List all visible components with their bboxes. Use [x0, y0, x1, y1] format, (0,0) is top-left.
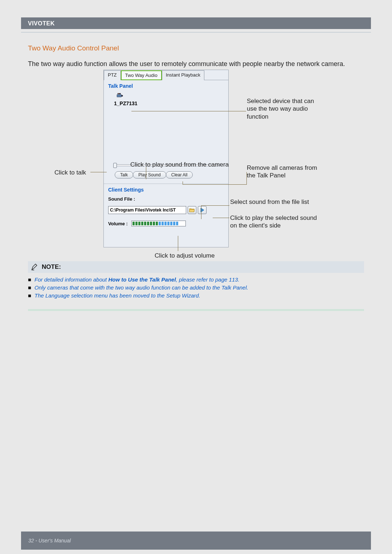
callout-line — [201, 216, 201, 219]
sound-file-input[interactable] — [108, 206, 186, 214]
svg-rect-0 — [117, 94, 122, 97]
brand-label: VIVOTEK — [28, 20, 55, 27]
talk-panel-body: Talk Panel 1_PZ7131 — [104, 80, 228, 161]
note-item: ■ The Language selection menu has been m… — [28, 292, 364, 300]
volume-bar[interactable] — [131, 221, 186, 226]
sound-file-label: Sound File : — [108, 196, 224, 202]
play-file-button[interactable] — [198, 206, 207, 214]
play-sound-button[interactable]: Play Sound — [133, 171, 166, 178]
callout-play-selected: Click to play the selected sound on the … — [230, 214, 324, 230]
talk-panel-label: Talk Panel — [108, 83, 225, 89]
callout-click-to-talk: Click to talk — [54, 169, 86, 176]
tab-row: PTZ Two Way Audio Instant Playback — [104, 70, 228, 80]
note-item: ■ Only cameras that come with the two wa… — [28, 284, 364, 292]
callout-remove-all: Remove all cameras from the Talk Panel — [247, 164, 323, 180]
intro-text: The two way audio function allows the us… — [28, 59, 364, 68]
callout-line — [201, 205, 201, 216]
button-row: Talk Play Sound Clear All — [115, 171, 222, 178]
header-bar — [21, 17, 371, 29]
volume-row: Volume : — [108, 221, 224, 226]
svg-point-3 — [118, 93, 119, 94]
note-text: Only cameras that come with the two way … — [34, 284, 248, 292]
slider-thumb-icon[interactable] — [113, 163, 117, 168]
svg-rect-2 — [118, 93, 121, 94]
tab-instant-playback[interactable]: Instant Playback — [162, 70, 204, 80]
callout-play-from-camera: Click to play sound from the camera — [130, 161, 229, 168]
note-bar: NOTE: — [28, 261, 364, 273]
note-text: The Language selection menu has been mov… — [34, 292, 200, 300]
page-footer: 32 - User's Manual — [21, 532, 371, 550]
callout-select-sound: Select sound from the file list — [230, 198, 310, 206]
section-divider — [28, 309, 364, 311]
device-name-label: 1_PZ7131 — [114, 100, 138, 106]
folder-open-icon — [189, 208, 195, 213]
callout-line — [201, 205, 229, 206]
callout-selected-device: Selected device that can use the two way… — [247, 97, 319, 120]
note-text: , please refer to page 113. — [176, 276, 240, 283]
volume-label: Volume : — [108, 221, 128, 226]
callout-line — [213, 218, 229, 218]
file-row — [108, 206, 224, 214]
control-panel: PTZ Two Way Audio Instant Playback Talk … — [103, 70, 229, 247]
callout-line — [146, 167, 146, 179]
note-text: For detailed information about — [34, 276, 108, 283]
talk-button[interactable]: Talk — [115, 171, 133, 178]
note-list: ■ For detailed information about How to … — [28, 276, 364, 299]
callout-line — [183, 181, 183, 184]
pencil-icon — [31, 263, 39, 271]
client-settings-block: Client Settings Sound File : Volume : — [104, 184, 228, 230]
callout-line — [131, 111, 246, 111]
page: VIVOTEK Two Way Audio Control Panel The … — [0, 0, 392, 554]
callout-line — [183, 184, 246, 185]
browse-button[interactable] — [188, 206, 196, 214]
section-title: Two Way Audio Control Panel — [28, 44, 119, 52]
device-item[interactable]: 1_PZ7131 — [116, 93, 225, 106]
callout-line — [178, 236, 178, 251]
client-settings-label: Client Settings — [108, 187, 224, 193]
tab-two-way-audio[interactable]: Two Way Audio — [121, 70, 162, 80]
callout-line — [90, 172, 107, 172]
callout-line — [246, 172, 247, 185]
camera-icon — [116, 93, 124, 99]
callout-adjust-volume: Click to adjust volume — [155, 252, 215, 259]
note-item: ■ For detailed information about How to … — [28, 276, 364, 284]
clear-all-button[interactable]: Clear All — [166, 171, 193, 178]
svg-point-1 — [121, 95, 123, 97]
footer-page-label: 32 - User's Manual — [28, 538, 71, 543]
note-label: NOTE: — [42, 263, 61, 271]
play-icon — [200, 208, 204, 213]
tab-ptz[interactable]: PTZ — [104, 70, 121, 80]
header-rule — [21, 32, 371, 33]
note-text-bold: How to Use the Talk Panel — [108, 276, 176, 283]
